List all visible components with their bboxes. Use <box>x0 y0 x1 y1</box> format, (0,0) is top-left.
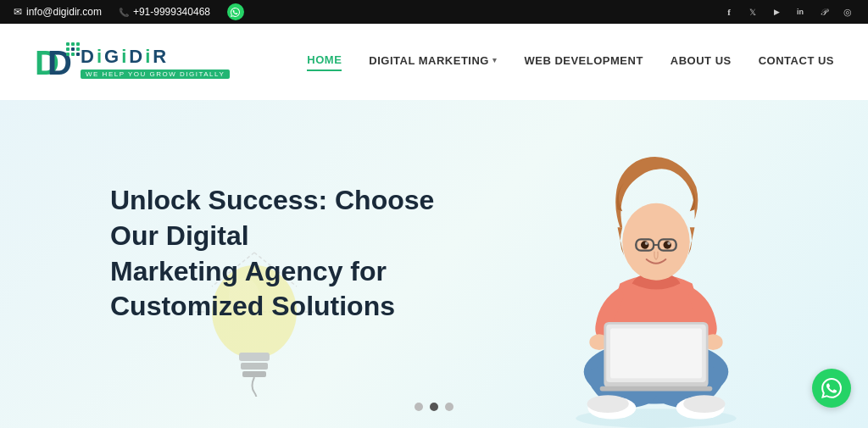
slider-dot-2[interactable] <box>430 403 438 411</box>
youtube-icon[interactable] <box>770 5 783 19</box>
svg-point-23 <box>587 395 629 413</box>
svg-rect-2 <box>66 42 70 46</box>
svg-point-32 <box>622 203 690 281</box>
nav-digital-marketing[interactable]: DIGITAL MARKETING ▾ <box>369 54 497 70</box>
email-contact[interactable]: ✉ info@digidir.com <box>14 6 102 18</box>
logo-wordmark: DiGiDiR <box>81 46 230 68</box>
svg-rect-6 <box>71 47 75 51</box>
email-icon: ✉ <box>14 6 22 18</box>
logo-icon: D D <box>34 39 81 86</box>
svg-rect-7 <box>76 47 80 51</box>
hero-heading: Unlock Success: Choose Our Digital Marke… <box>110 183 441 324</box>
phone-contact[interactable]: 📞 +91-9999340468 <box>119 6 210 18</box>
whatsapp-float-button[interactable] <box>812 369 851 408</box>
phone-icon: 📞 <box>119 8 129 17</box>
header: D D DiGiDiR WE HEL <box>0 24 868 100</box>
nav-contact-us[interactable]: CONTACT US <box>759 54 834 70</box>
top-bar-right <box>722 5 854 19</box>
linkedin-icon[interactable] <box>793 5 807 19</box>
svg-rect-9 <box>71 53 75 56</box>
nav-web-development[interactable]: WEB DEVELOPMENT <box>524 54 643 70</box>
top-bar-left: ✉ info@digidir.com 📞 +91-9999340468 <box>14 3 244 20</box>
svg-point-38 <box>645 242 648 245</box>
slider-dot-3[interactable] <box>445 403 453 411</box>
instagram-icon[interactable] <box>841 5 854 19</box>
slider-dots <box>415 403 453 411</box>
svg-point-39 <box>667 242 670 245</box>
hero-content: Unlock Success: Choose Our Digital Marke… <box>0 183 441 344</box>
svg-point-37 <box>664 241 671 248</box>
svg-rect-30 <box>600 386 713 392</box>
facebook-icon[interactable] <box>722 5 736 19</box>
svg-rect-19 <box>242 371 266 377</box>
svg-rect-31 <box>610 329 702 379</box>
svg-rect-3 <box>71 42 75 46</box>
nav-about-us[interactable]: ABOUT US <box>670 54 732 70</box>
logo-tagline: WE HELP YOU GROW DIGITALLY <box>81 69 230 79</box>
hero-person-image <box>512 114 800 428</box>
svg-rect-8 <box>66 53 70 56</box>
phone-text: +91-9999340468 <box>133 6 210 18</box>
whatsapp-top-icon[interactable] <box>227 3 244 20</box>
twitter-icon[interactable] <box>746 5 760 19</box>
hero-section: Unlock Success: Choose Our Digital Marke… <box>0 100 868 428</box>
pinterest-icon[interactable] <box>817 5 831 19</box>
svg-point-25 <box>683 395 725 413</box>
svg-rect-10 <box>76 53 80 56</box>
svg-rect-17 <box>239 353 270 361</box>
svg-rect-4 <box>76 42 80 46</box>
slider-dot-1[interactable] <box>415 403 423 411</box>
nav-home[interactable]: HOME <box>307 53 342 71</box>
svg-point-36 <box>641 241 648 248</box>
svg-rect-18 <box>241 363 268 370</box>
svg-rect-5 <box>66 47 70 51</box>
email-text: info@digidir.com <box>26 6 102 18</box>
logo[interactable]: D D DiGiDiR WE HEL <box>34 39 230 86</box>
top-bar: ✉ info@digidir.com 📞 +91-9999340468 <box>0 0 868 24</box>
main-nav: HOME DIGITAL MARKETING ▾ WEB DEVELOPMENT… <box>307 53 834 71</box>
chevron-down-icon: ▾ <box>492 56 498 64</box>
